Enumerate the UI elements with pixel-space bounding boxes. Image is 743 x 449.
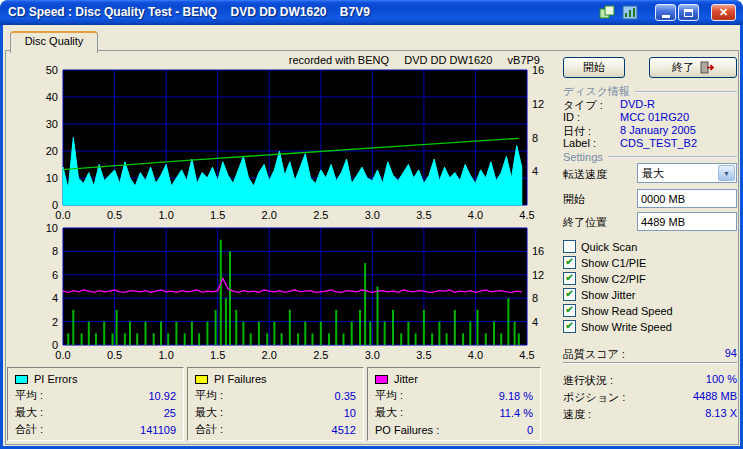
app-window: CD Speed : Disc Quality Test - BENQ DVD … bbox=[0, 0, 743, 449]
chart-icon bbox=[622, 5, 639, 20]
maximize-icon bbox=[684, 9, 693, 17]
close-button[interactable]: ✕ bbox=[711, 4, 736, 21]
titlebar: CD Speed : Disc Quality Test - BENQ DVD … bbox=[0, 0, 743, 25]
pages-icon bbox=[599, 5, 616, 20]
minimize-button[interactable] bbox=[655, 4, 676, 21]
tab-disc-quality[interactable]: Disc Quality bbox=[10, 31, 98, 53]
titlebar-extra-button-2[interactable] bbox=[622, 5, 639, 22]
maximize-button[interactable] bbox=[678, 4, 699, 21]
window-title: CD Speed : Disc Quality Test - BENQ DVD … bbox=[8, 0, 370, 25]
close-icon: ✕ bbox=[719, 6, 728, 19]
titlebar-extra-button-1[interactable] bbox=[599, 5, 616, 22]
minimize-icon bbox=[662, 15, 670, 18]
tab-panel bbox=[5, 50, 739, 445]
